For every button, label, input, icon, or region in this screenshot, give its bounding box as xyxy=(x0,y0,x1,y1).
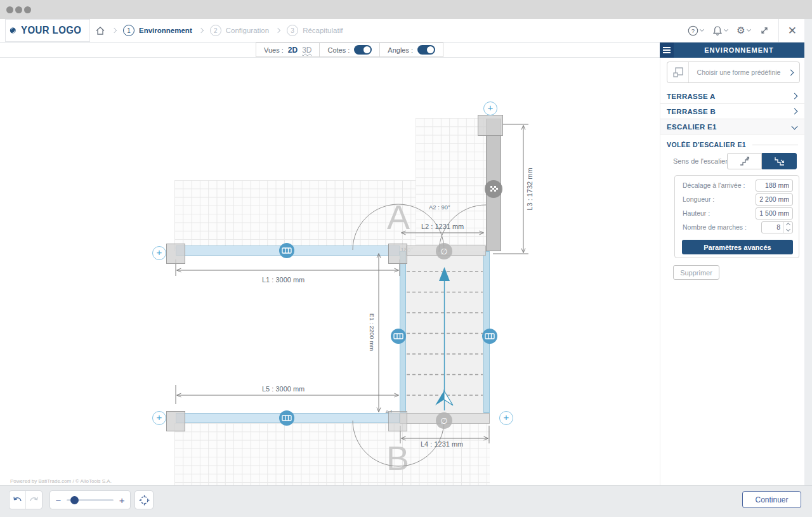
field-row: Hauteur : xyxy=(683,207,793,219)
terrace-b-deck[interactable] xyxy=(174,423,490,485)
step-label: Environnement xyxy=(139,27,192,34)
close-icon[interactable]: ✕ xyxy=(788,24,797,37)
zoom-in-button[interactable]: + xyxy=(114,495,130,506)
stepper-arrows[interactable] xyxy=(783,222,792,233)
notifications-menu[interactable] xyxy=(712,25,728,36)
stair-bottom-joint-badge[interactable]: ∅ xyxy=(436,412,452,429)
breadcrumb-separator xyxy=(198,28,203,33)
gear-icon: ⚙ xyxy=(737,25,745,36)
chevron-down-icon xyxy=(700,27,704,32)
divider xyxy=(778,19,779,42)
decking-icon xyxy=(484,332,495,341)
step-number: 3 xyxy=(287,25,298,36)
shapes-icon xyxy=(672,67,684,78)
field-label: Longueur : xyxy=(683,195,714,203)
step-number: 2 xyxy=(210,25,221,36)
recenter-button[interactable] xyxy=(134,490,154,509)
breadcrumb-separator xyxy=(275,28,280,33)
dim-l5-label: L5 : 3000 mm xyxy=(262,385,304,393)
stair-top-joint-badge[interactable]: ∅ xyxy=(436,243,452,259)
terrace-b-letter: B xyxy=(379,438,417,478)
post-bottom-left[interactable] xyxy=(166,411,185,431)
sidebar-item-terrasse-a[interactable]: TERRASSE A xyxy=(660,89,805,104)
stairs-up-icon xyxy=(739,156,750,166)
toggle-knob xyxy=(363,46,370,53)
stair-right-stringer-badge[interactable] xyxy=(482,329,497,344)
breadcrumb-separator xyxy=(112,28,117,33)
undo-button[interactable] xyxy=(10,491,26,509)
undo-redo-group xyxy=(9,490,43,509)
terrace-a-beam-badge[interactable] xyxy=(279,243,294,258)
breadcrumb-step-recapitulatif[interactable]: 3 Récapitulatif xyxy=(287,25,343,36)
field-label: Décalage à l'arrivée : xyxy=(683,181,745,189)
redo-button[interactable] xyxy=(26,491,42,509)
wall-top-post[interactable] xyxy=(478,115,503,136)
sidebar-item-escalier-e1[interactable]: ESCALIER E1 xyxy=(660,119,805,134)
settings-menu[interactable]: ⚙ xyxy=(737,25,750,36)
wall-badge[interactable] xyxy=(485,180,502,198)
decalage-input[interactable] xyxy=(756,180,793,192)
logo: YOUR LOGO xyxy=(5,19,90,42)
stair-e1-body[interactable] xyxy=(406,251,483,413)
angles-segment: Angles : xyxy=(380,43,443,56)
step-label: Récapitulatif xyxy=(303,27,343,34)
post-bottom-right[interactable] xyxy=(388,411,407,431)
window-dot-1[interactable] xyxy=(6,6,13,13)
window-dot-3[interactable] xyxy=(24,6,31,13)
continue-button[interactable]: Continuer xyxy=(742,491,801,508)
sidebar-item-terrasse-b[interactable]: TERRASSE B xyxy=(660,104,805,119)
drawing-canvas[interactable]: A B E1 A1 : 180° A2 : 90° A4 xyxy=(0,58,660,485)
chevron-right-icon xyxy=(788,69,794,75)
stair-left-stringer-badge[interactable] xyxy=(391,329,406,344)
bottom-bar: − + Continuer xyxy=(0,485,812,517)
advanced-parameters-button[interactable]: Paramètres avancés xyxy=(682,240,793,254)
window-titlebar xyxy=(0,0,812,19)
add-element-button-left-top[interactable]: + xyxy=(152,246,166,260)
stair-direction-up-button[interactable] xyxy=(727,153,762,169)
add-element-button-right-bottom[interactable]: + xyxy=(499,411,513,425)
dim-l3-label: L3 : 1732 mm xyxy=(526,162,534,216)
angles-toggle[interactable] xyxy=(417,45,435,55)
delete-button[interactable]: Supprimer xyxy=(673,265,719,280)
view-2d-button[interactable]: 2D xyxy=(288,46,298,55)
nombre-marches-stepper[interactable]: 8 xyxy=(761,221,793,233)
decking-icon xyxy=(281,414,292,422)
zoom-slider-knob[interactable] xyxy=(70,496,79,504)
breadcrumb: 1 Environnement 2 Configuration 3 Récapi… xyxy=(95,19,343,42)
choose-shape-button[interactable]: Choisir une forme prédéfinie xyxy=(667,62,800,83)
add-element-button-top[interactable]: + xyxy=(483,101,497,115)
fullscreen-button[interactable] xyxy=(759,25,769,36)
hauteur-input[interactable] xyxy=(756,207,793,219)
field-row: Décalage à l'arrivée : xyxy=(683,179,793,192)
section-label: ESCALIER E1 xyxy=(667,123,717,131)
stair-direction-down-button[interactable] xyxy=(762,153,797,169)
sidebar-menu-button[interactable] xyxy=(660,43,674,58)
svg-text:?: ? xyxy=(691,27,695,34)
zoom-out-button[interactable]: − xyxy=(50,495,67,506)
zoom-slider[interactable] xyxy=(67,499,114,501)
decrement-icon[interactable] xyxy=(786,227,790,232)
step-number: 1 xyxy=(123,25,134,36)
window-dot-2[interactable] xyxy=(15,6,22,13)
breadcrumb-step-configuration[interactable]: 2 Configuration xyxy=(210,25,269,36)
add-element-button-left-bottom[interactable]: + xyxy=(152,411,166,425)
help-menu[interactable]: ? xyxy=(688,25,704,36)
longueur-input[interactable] xyxy=(756,193,793,206)
post-top-left[interactable] xyxy=(166,244,185,264)
app-header: YOUR LOGO 1 Environnement 2 Configuratio… xyxy=(0,19,804,43)
decking-icon xyxy=(281,246,292,255)
cotes-toggle[interactable] xyxy=(354,45,372,55)
post-top-right[interactable] xyxy=(388,244,407,264)
breadcrumb-step-environnement[interactable]: 1 Environnement xyxy=(123,25,192,36)
powered-by-text: Powered by BatiTrade.com / © AlloTools S… xyxy=(10,478,112,484)
terrace-a-deck-right[interactable] xyxy=(416,118,486,251)
stair-parameters-group: Décalage à l'arrivée : Longueur : Hauteu… xyxy=(674,175,799,258)
shape-button-label: Choisir une forme prédéfinie xyxy=(689,69,789,76)
view-3d-button[interactable]: 3D xyxy=(302,46,311,55)
header-icons: ? ⚙ ✕ xyxy=(688,19,797,42)
chevron-right-icon xyxy=(792,93,798,100)
home-icon[interactable] xyxy=(95,26,105,36)
terrace-b-beam-badge[interactable] xyxy=(279,410,294,426)
logo-text: YOUR LOGO xyxy=(21,24,81,37)
views-segment: Vues : 2D 3D xyxy=(256,43,320,56)
